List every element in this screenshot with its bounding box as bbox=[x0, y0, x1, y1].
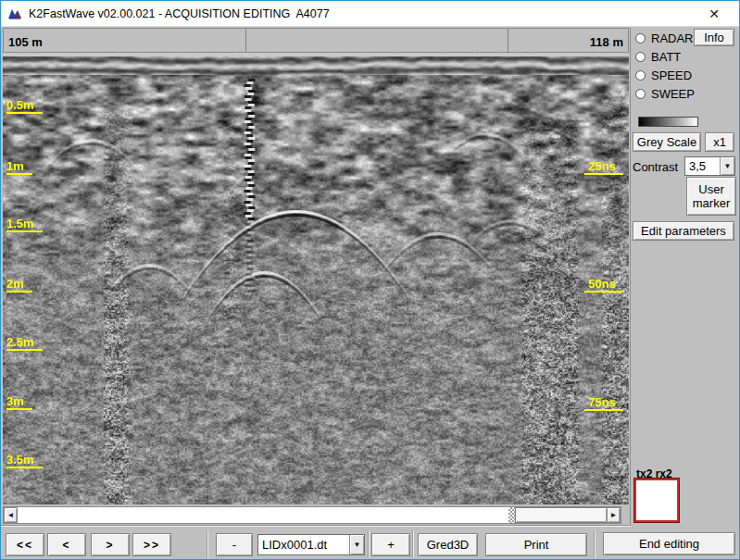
close-button[interactable]: ✕ bbox=[700, 5, 728, 23]
grey-scale-button[interactable]: Grey Scale bbox=[633, 132, 701, 152]
first-trace-button[interactable]: << bbox=[6, 533, 44, 556]
window-title: K2FastWave v02.00.021 - ACQUISITION EDIT… bbox=[29, 7, 330, 20]
time-marker: 25ns bbox=[584, 160, 623, 175]
last-trace-button[interactable]: >> bbox=[132, 533, 171, 556]
radio-circle-icon[interactable] bbox=[635, 70, 646, 81]
depth-marker: 1m bbox=[6, 160, 32, 175]
depth-marker: 2.5m bbox=[6, 336, 43, 351]
radio-radar-label: RADAR bbox=[651, 31, 694, 45]
scroll-right-icon[interactable]: ► bbox=[607, 507, 621, 523]
ruler-tick bbox=[245, 29, 246, 52]
toolbar-separator bbox=[594, 530, 596, 558]
print-button[interactable]: Print bbox=[485, 533, 587, 556]
end-editing-button[interactable]: End editing bbox=[603, 532, 735, 555]
greyscale-gradient bbox=[638, 117, 698, 127]
info-button[interactable]: Info bbox=[694, 29, 734, 46]
time-marker: 50ns bbox=[584, 278, 623, 292]
radio-circle-icon[interactable] bbox=[635, 52, 646, 62]
scrollbar-thumb[interactable] bbox=[515, 507, 608, 523]
app-icon bbox=[7, 6, 22, 21]
radargram-view[interactable]: 0.5m1m1.5m2m2.5m3m3.5m25ns50ns75ns bbox=[3, 53, 629, 504]
next-trace-button[interactable]: > bbox=[91, 533, 130, 556]
user-marker-button[interactable]: User marker bbox=[686, 177, 736, 216]
zoom-out-button[interactable]: - bbox=[216, 533, 253, 556]
radio-sweep-label: SWEEP bbox=[651, 87, 695, 101]
toolbar-separator bbox=[368, 530, 370, 558]
distance-ruler: 105 m 118 m bbox=[3, 28, 629, 53]
radio-circle-icon[interactable] bbox=[635, 33, 646, 44]
edit-parameters-button[interactable]: Edit parameters bbox=[633, 221, 734, 241]
gred3d-button[interactable]: Gred3D bbox=[418, 533, 478, 556]
toolbar-separator bbox=[207, 530, 208, 558]
depth-marker: 1.5m bbox=[6, 218, 43, 232]
file-select[interactable]: LIDx0001.dt ▼ bbox=[257, 534, 365, 555]
side-panel: RADAR BATT SPEED SWEEP Info Grey Scale x… bbox=[630, 28, 740, 559]
time-marker: 75ns bbox=[584, 396, 623, 411]
toolbar-separator bbox=[412, 530, 414, 558]
zoom-in-button[interactable]: + bbox=[371, 533, 410, 556]
depth-marker: 3.5m bbox=[6, 454, 43, 468]
gain-x1-button[interactable]: x1 bbox=[705, 132, 734, 152]
contrast-label: Contrast bbox=[633, 160, 678, 174]
ruler-tick bbox=[508, 29, 508, 52]
ruler-end-label: 118 m bbox=[590, 35, 623, 49]
contrast-select[interactable]: 3,5 ▼ bbox=[684, 156, 735, 176]
radargram-canvas[interactable] bbox=[3, 53, 629, 504]
scroll-left-icon[interactable]: ◄ bbox=[4, 507, 18, 523]
antenna-box bbox=[634, 479, 679, 522]
radio-speed-label: SPEED bbox=[651, 68, 692, 82]
radio-radar[interactable]: RADAR bbox=[635, 31, 694, 44]
title-bar[interactable]: K2FastWave v02.00.021 - ACQUISITION EDIT… bbox=[1, 1, 739, 27]
file-name: LIDx0001.dt bbox=[258, 538, 349, 552]
radio-sweep[interactable]: SWEEP bbox=[635, 87, 695, 100]
bottom-toolbar: << < > >> - LIDx0001.dt ▼ + Gred3D Print bbox=[1, 526, 631, 560]
contrast-value: 3,5 bbox=[685, 159, 720, 173]
depth-marker: 0.5m bbox=[6, 99, 43, 114]
horizontal-scrollbar[interactable]: ◄ ► bbox=[3, 506, 621, 524]
chevron-down-icon[interactable]: ▼ bbox=[349, 535, 364, 554]
scrollbar-track[interactable] bbox=[508, 507, 515, 523]
radio-speed[interactable]: SPEED bbox=[635, 68, 692, 81]
chevron-down-icon[interactable]: ▼ bbox=[720, 157, 734, 175]
radio-batt[interactable]: BATT bbox=[635, 50, 681, 63]
depth-marker: 3m bbox=[6, 395, 32, 410]
radio-circle-icon[interactable] bbox=[635, 89, 646, 99]
ruler-start-label: 105 m bbox=[8, 35, 43, 49]
radio-batt-label: BATT bbox=[651, 50, 681, 64]
prev-trace-button[interactable]: < bbox=[47, 533, 86, 556]
app-window: K2FastWave v02.00.021 - ACQUISITION EDIT… bbox=[0, 0, 740, 560]
depth-marker: 2m bbox=[6, 278, 32, 292]
